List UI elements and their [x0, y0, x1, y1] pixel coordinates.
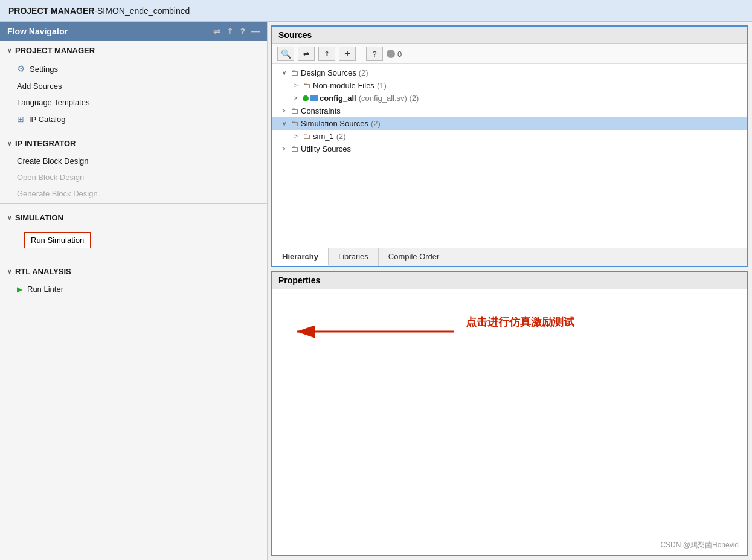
sidebar-header-icons: ⇌ ⇑ ? — [213, 27, 260, 36]
settings-icon: ⚙ [17, 63, 25, 74]
sim-sources-label: Simulation Sources [301, 119, 368, 128]
ipi-section-label: IP INTEGRATOR [15, 139, 76, 148]
ipi-chevron: ∨ [7, 140, 11, 147]
sources-panel: Sources 🔍 ⇌ ⇑ + ? [271, 25, 748, 267]
tab-libraries[interactable]: Libraries [329, 248, 379, 266]
sim1-folder-icon: 🗀 [303, 132, 310, 141]
tab-compile-order[interactable]: Compile Order [379, 248, 450, 266]
sidebar-item-create-block-design[interactable]: Create Block Design [0, 153, 267, 169]
sidebar: Flow Navigator ⇌ ⇑ ? — ∨ PROJECT MANAGER… [0, 22, 268, 560]
run-simulation-wrapper: Run Simulation [0, 227, 267, 253]
search-button[interactable]: 🔍 [277, 47, 294, 61]
minimize-icon[interactable]: — [251, 27, 260, 36]
add-sources-label: Add Sources [17, 82, 62, 91]
header-project-name: SIMON_ende_combined [97, 6, 190, 16]
status-circle [387, 50, 395, 58]
sim1-toggle[interactable]: > [294, 133, 303, 140]
constraints-toggle[interactable]: > [282, 108, 291, 114]
design-sources-folder-icon: 🗀 [291, 68, 298, 77]
pm-section-label: PROJECT MANAGER [15, 46, 95, 55]
sidebar-item-add-sources[interactable]: Add Sources [0, 78, 267, 94]
sidebar-item-language-templates[interactable]: Language Templates [0, 94, 267, 111]
sidebar-header: Flow Navigator ⇌ ⇑ ? — [0, 22, 267, 41]
status-indicator: 0 [387, 50, 402, 59]
create-block-design-label: Create Block Design [17, 156, 89, 166]
tab-compile-order-label: Compile Order [388, 252, 440, 261]
language-templates-label: Language Templates [17, 98, 89, 107]
generate-block-design-label: Generate Block Design [17, 189, 98, 198]
sidebar-title: Flow Navigator [7, 27, 68, 36]
utility-toggle[interactable]: > [282, 146, 291, 152]
design-sources-toggle[interactable]: ∨ [282, 69, 291, 76]
properties-content: 点击进行仿真激励测试 CSDN @鸡梨菌Honevid [272, 289, 747, 555]
tab-hierarchy[interactable]: Hierarchy [272, 248, 329, 266]
sidebar-item-open-block-design: Open Block Design [0, 169, 267, 185]
non-module-label: Non-module Files [313, 81, 374, 90]
design-sources-count: (2) [359, 68, 368, 77]
config-dot-blue [310, 95, 318, 101]
config-all-extra: (config_all.sv) (2) [359, 94, 419, 103]
sidebar-item-settings[interactable]: ⚙ Settings [0, 60, 267, 78]
properties-title: Properties [278, 275, 320, 285]
pm-chevron: ∨ [7, 47, 11, 54]
search-icon: 🔍 [281, 49, 291, 59]
section-rtl-analysis[interactable]: ∨ RTL ANALYSIS [0, 262, 267, 281]
settings-label: Settings [30, 65, 58, 74]
help-icon[interactable]: ? [240, 27, 245, 36]
collapse-all-button[interactable]: ⇌ [298, 47, 315, 61]
non-module-folder-icon: 🗀 [303, 81, 310, 90]
sim-chevron: ∨ [7, 214, 11, 221]
csdn-watermark: CSDN @鸡梨菌Honevid [660, 540, 739, 550]
sim1-label: sim_1 [313, 132, 334, 141]
non-module-toggle[interactable]: > [294, 82, 303, 89]
sources-tree: ∨ 🗀 Design Sources (2) > 🗀 Non-module Fi… [272, 64, 747, 248]
tree-item-design-sources[interactable]: ∨ 🗀 Design Sources (2) [272, 66, 747, 79]
collapse-all-icon: ⇌ [303, 50, 309, 58]
tab-hierarchy-label: Hierarchy [282, 252, 318, 261]
tree-item-utility-sources[interactable]: > 🗀 Utility Sources [272, 143, 747, 155]
run-linter-label: Run Linter [27, 285, 63, 294]
collapse-icon[interactable]: ⇌ [213, 27, 220, 36]
config-all-label: config_all [320, 94, 356, 103]
run-simulation-button[interactable]: Run Simulation [24, 232, 91, 248]
config-all-toggle[interactable]: > [294, 95, 303, 101]
sim-section-label: SIMULATION [15, 213, 63, 222]
rtl-section-label: RTL ANALYSIS [15, 267, 71, 276]
section-simulation[interactable]: ∨ SIMULATION [0, 208, 267, 227]
tree-item-non-module-files[interactable]: > 🗀 Non-module Files (1) [272, 79, 747, 92]
sort-button[interactable]: ⇑ [318, 47, 335, 61]
constraints-folder-icon: 🗀 [291, 106, 298, 115]
non-module-count: (1) [377, 81, 387, 90]
annotation-area: 点击进行仿真激励测试 [278, 301, 741, 374]
red-arrow-svg [284, 307, 466, 356]
sort-icon: ⇑ [324, 50, 330, 58]
info-icon: ? [372, 50, 376, 59]
tree-item-config-all[interactable]: > config_all (config_all.sv) (2) [272, 92, 747, 105]
status-count: 0 [397, 50, 402, 59]
sim1-count: (2) [336, 132, 346, 141]
config-dot-green [303, 95, 309, 101]
add-button[interactable]: + [339, 47, 356, 61]
tree-item-simulation-sources[interactable]: ∨ 🗀 Simulation Sources (2) [272, 117, 747, 130]
utility-sources-label: Utility Sources [301, 144, 351, 153]
run-linter-icon: ▶ [17, 285, 22, 294]
constraints-label: Constraints [301, 106, 341, 115]
sources-title: Sources [278, 30, 312, 40]
section-ip-integrator[interactable]: ∨ IP INTEGRATOR [0, 134, 267, 153]
header-title: PROJECT MANAGER [8, 6, 94, 16]
sort-icon[interactable]: ⇑ [227, 27, 234, 36]
properties-panel: Properties 点击进行仿真激励测试 [271, 271, 748, 556]
info-button[interactable]: ? [366, 47, 383, 61]
sources-toolbar: 🔍 ⇌ ⇑ + ? 0 [272, 44, 747, 64]
section-project-manager[interactable]: ∨ PROJECT MANAGER [0, 41, 267, 60]
sidebar-item-run-linter[interactable]: ▶ Run Linter [0, 281, 267, 297]
tree-item-sim-1[interactable]: > 🗀 sim_1 (2) [272, 130, 747, 143]
rtl-chevron: ∨ [7, 268, 11, 275]
tree-item-constraints[interactable]: > 🗀 Constraints [272, 105, 747, 117]
sim-sources-folder-icon: 🗀 [291, 119, 298, 128]
toolbar-separator [361, 48, 361, 60]
add-icon: + [344, 48, 350, 59]
sim-sources-toggle[interactable]: ∨ [282, 120, 291, 127]
sidebar-item-ip-catalog[interactable]: ⊞ IP Catalog [0, 111, 267, 127]
open-block-design-label: Open Block Design [17, 173, 84, 182]
